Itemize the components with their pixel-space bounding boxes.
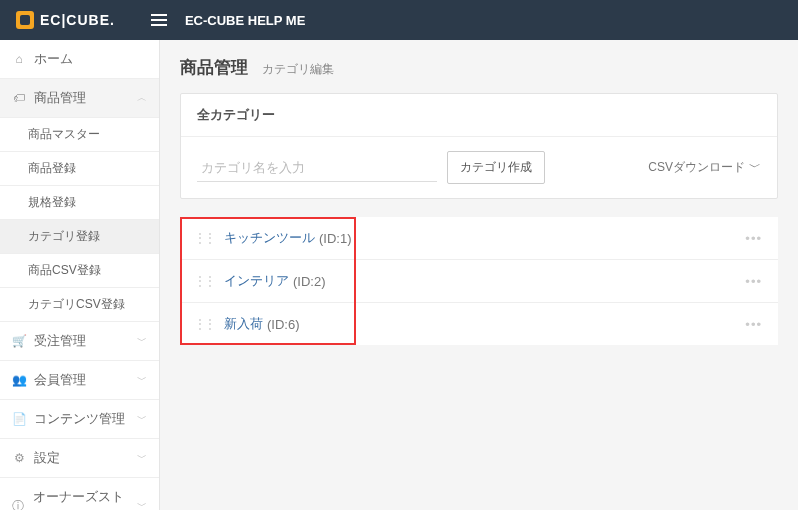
sidebar-item-label: オーナーズストア	[33, 488, 129, 510]
sidebar-item-label: 商品管理	[34, 89, 86, 107]
chevron-down-icon: ﹀	[749, 159, 761, 176]
category-link[interactable]: キッチンツール	[224, 229, 315, 247]
home-icon: ⌂	[12, 52, 26, 66]
create-category-button[interactable]: カテゴリ作成	[447, 151, 545, 184]
app-title: EC-CUBE HELP ME	[185, 13, 305, 28]
chevron-down-icon: ﹀	[137, 451, 147, 465]
sidebar-item-label: 設定	[34, 449, 60, 467]
tag-icon: 🏷	[12, 91, 26, 105]
sidebar-sub-product-csv[interactable]: 商品CSV登録	[0, 254, 159, 288]
sidebar-item-owners-store[interactable]: ⓘ オーナーズストア ﹀	[0, 478, 159, 510]
logo-icon	[16, 11, 34, 29]
csv-download-button[interactable]: CSVダウンロード ﹀	[648, 159, 761, 176]
csv-download-label: CSVダウンロード	[648, 159, 745, 176]
chevron-down-icon: ﹀	[137, 334, 147, 348]
category-id: (ID:1)	[319, 231, 352, 246]
gear-icon: ⚙	[12, 451, 26, 465]
sidebar-sub-category-csv[interactable]: カテゴリCSV登録	[0, 288, 159, 322]
sidebar-item-label: コンテンツ管理	[34, 410, 125, 428]
row-actions-icon[interactable]: •••	[745, 231, 778, 246]
chevron-down-icon: ﹀	[137, 412, 147, 426]
drag-handle-icon[interactable]: ⋮⋮	[194, 317, 214, 331]
sidebar-item-orders[interactable]: 🛒 受注管理 ﹀	[0, 322, 159, 361]
users-icon: 👥	[12, 373, 26, 387]
row-actions-icon[interactable]: •••	[745, 274, 778, 289]
chevron-down-icon: ﹀	[137, 499, 147, 510]
category-row[interactable]: ⋮⋮ インテリア (ID:2) •••	[180, 260, 778, 303]
doc-icon: 📄	[12, 412, 26, 426]
page-subtitle: カテゴリ編集	[262, 61, 334, 78]
sidebar-item-label: 会員管理	[34, 371, 86, 389]
sidebar-item-label: 受注管理	[34, 332, 86, 350]
menu-toggle-icon[interactable]	[151, 14, 167, 26]
category-row[interactable]: ⋮⋮ 新入荷 (ID:6) •••	[180, 303, 778, 345]
sidebar-sub-product-master[interactable]: 商品マスター	[0, 118, 159, 152]
sidebar: ⌂ ホーム 🏷 商品管理 ︿ 商品マスター 商品登録 規格登録 カテゴリ登録 商…	[0, 40, 160, 510]
sidebar-item-home[interactable]: ⌂ ホーム	[0, 40, 159, 79]
category-panel: 全カテゴリー カテゴリ作成 CSVダウンロード ﹀	[180, 93, 778, 199]
sidebar-item-members[interactable]: 👥 会員管理 ﹀	[0, 361, 159, 400]
chevron-up-icon: ︿	[137, 91, 147, 105]
sidebar-sub-product-register[interactable]: 商品登録	[0, 152, 159, 186]
category-link[interactable]: 新入荷	[224, 315, 263, 333]
info-icon: ⓘ	[12, 498, 25, 511]
category-list: ⋮⋮ キッチンツール (ID:1) ••• ⋮⋮ インテリア (ID:2) ••…	[180, 217, 778, 345]
drag-handle-icon[interactable]: ⋮⋮	[194, 231, 214, 245]
category-name-input[interactable]	[197, 154, 437, 182]
category-link[interactable]: インテリア	[224, 272, 289, 290]
topbar: EC|CUBE. EC-CUBE HELP ME	[0, 0, 798, 40]
page-header: 商品管理 カテゴリ編集	[180, 56, 778, 79]
cart-icon: 🛒	[12, 334, 26, 348]
category-id: (ID:2)	[293, 274, 326, 289]
sidebar-item-label: ホーム	[34, 50, 73, 68]
drag-handle-icon[interactable]: ⋮⋮	[194, 274, 214, 288]
sidebar-sub-spec-register[interactable]: 規格登録	[0, 186, 159, 220]
sidebar-item-products[interactable]: 🏷 商品管理 ︿	[0, 79, 159, 118]
page-title: 商品管理	[180, 56, 248, 79]
logo-text: EC|CUBE.	[40, 12, 115, 28]
main-content: 商品管理 カテゴリ編集 全カテゴリー カテゴリ作成 CSVダウンロード ﹀ ⋮⋮…	[160, 40, 798, 510]
category-row[interactable]: ⋮⋮ キッチンツール (ID:1) •••	[180, 217, 778, 260]
category-id: (ID:6)	[267, 317, 300, 332]
panel-heading: 全カテゴリー	[181, 94, 777, 137]
sidebar-item-settings[interactable]: ⚙ 設定 ﹀	[0, 439, 159, 478]
logo[interactable]: EC|CUBE.	[16, 11, 115, 29]
sidebar-item-contents[interactable]: 📄 コンテンツ管理 ﹀	[0, 400, 159, 439]
row-actions-icon[interactable]: •••	[745, 317, 778, 332]
chevron-down-icon: ﹀	[137, 373, 147, 387]
sidebar-sub-category-register[interactable]: カテゴリ登録	[0, 220, 159, 254]
